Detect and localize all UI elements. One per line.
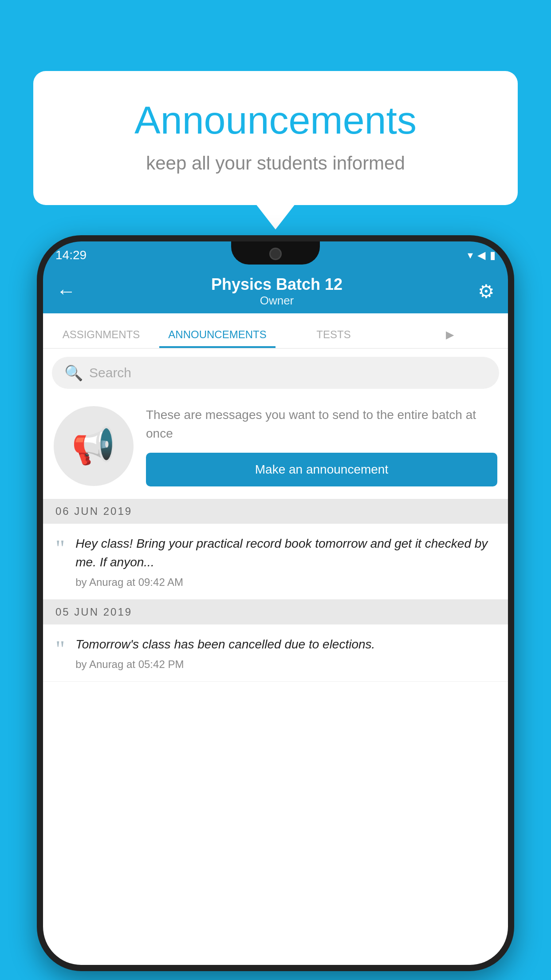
quote-icon-1: " xyxy=(55,537,65,560)
search-icon: 🔍 xyxy=(64,364,83,382)
power-button[interactable] xyxy=(38,348,43,397)
date-separator-1: 06 JUN 2019 xyxy=(43,499,508,524)
settings-icon[interactable]: ⚙ xyxy=(478,281,495,302)
back-button[interactable]: ← xyxy=(56,280,76,302)
announcement-text-wrap-2: Tomorrow's class has been cancelled due … xyxy=(75,635,496,671)
content-area: 🔍 Search 📢 These are messages you want t… xyxy=(43,349,508,965)
bubble-subtitle: keep all your students informed xyxy=(69,153,482,174)
tab-more[interactable]: ▶ xyxy=(392,328,508,348)
announce-right-panel: These are messages you want to send to t… xyxy=(146,406,497,486)
megaphone-icon: 📢 xyxy=(71,425,116,467)
volume-up-button[interactable] xyxy=(508,330,513,366)
search-bar[interactable]: 🔍 Search xyxy=(52,357,499,389)
tab-announcements[interactable]: ANNOUNCEMENTS xyxy=(159,328,276,348)
search-input[interactable]: Search xyxy=(89,365,131,380)
announcement-meta-1: by Anurag at 09:42 AM xyxy=(75,576,496,589)
tab-bar: ASSIGNMENTS ANNOUNCEMENTS TESTS ▶ xyxy=(43,313,508,349)
megaphone-circle: 📢 xyxy=(54,406,134,486)
announcement-text-1: Hey class! Bring your practical record b… xyxy=(75,534,496,572)
status-time: 14:29 xyxy=(55,248,87,262)
speech-bubble: Announcements keep all your students inf… xyxy=(33,71,518,205)
tab-tests[interactable]: TESTS xyxy=(276,328,392,348)
phone-notch xyxy=(231,241,320,265)
announcement-text-wrap-1: Hey class! Bring your practical record b… xyxy=(75,534,496,589)
volume-down-button[interactable] xyxy=(508,379,513,415)
batch-title: Physics Batch 12 xyxy=(76,275,478,294)
announce-description: These are messages you want to send to t… xyxy=(146,406,497,443)
app-bar-title-group: Physics Batch 12 Owner xyxy=(76,275,478,308)
announcement-item-2[interactable]: " Tomorrow's class has been cancelled du… xyxy=(43,624,508,682)
announcement-text-2: Tomorrow's class has been cancelled due … xyxy=(75,635,496,654)
camera-icon xyxy=(269,248,282,260)
announcement-prompt: 📢 These are messages you want to send to… xyxy=(43,397,508,499)
date-separator-2: 05 JUN 2019 xyxy=(43,600,508,624)
phone-mockup: 14:29 ▾ ◀ ▮ ← Physics Batch 12 Owner ⚙ A… xyxy=(37,235,514,971)
status-icons: ▾ ◀ ▮ xyxy=(468,249,496,261)
announcement-item-1[interactable]: " Hey class! Bring your practical record… xyxy=(43,524,508,600)
bubble-title: Announcements xyxy=(69,98,482,143)
app-bar: ← Physics Batch 12 Owner ⚙ xyxy=(43,269,508,313)
batch-subtitle: Owner xyxy=(76,294,478,308)
signal-icon: ◀ xyxy=(477,249,485,261)
battery-icon: ▮ xyxy=(490,249,496,261)
tab-assignments[interactable]: ASSIGNMENTS xyxy=(43,328,159,348)
announcement-meta-2: by Anurag at 05:42 PM xyxy=(75,658,496,671)
quote-icon-2: " xyxy=(55,638,65,661)
wifi-icon: ▾ xyxy=(468,249,473,261)
make-announcement-button[interactable]: Make an announcement xyxy=(146,453,497,486)
